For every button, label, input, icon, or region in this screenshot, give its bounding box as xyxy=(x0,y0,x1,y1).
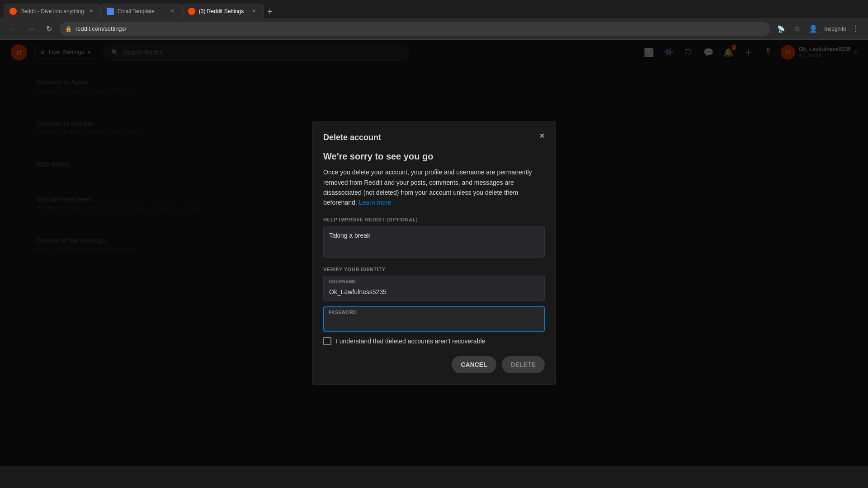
modal-overlay[interactable]: Delete account × We're sorry to see you … xyxy=(0,40,868,466)
address-bar-row: ← → ↻ 🔒 reddit.com/settings/ 📡 ☆ 👤 Incog… xyxy=(0,18,868,40)
identity-section: VERIFY YOUR IDENTITY USERNAME PASSWORD xyxy=(323,267,545,332)
tabs-bar: Reddit - Dive into anything ✕ Email Temp… xyxy=(0,0,868,18)
modal-buttons: CANCEL DELETE xyxy=(323,356,545,373)
menu-icon[interactable]: ⋮ xyxy=(848,22,863,36)
modal-sorry-text: We're sorry to see you go xyxy=(323,151,545,162)
username-input-group: USERNAME xyxy=(323,276,545,301)
verify-section-label: VERIFY YOUR IDENTITY xyxy=(323,267,545,272)
forward-button[interactable]: → xyxy=(24,22,38,36)
password-input-group: PASSWORD xyxy=(323,306,545,332)
modal-description: Once you delete your account, your profi… xyxy=(323,167,545,208)
incognito-label: Incognito xyxy=(824,26,846,32)
understand-checkbox[interactable] xyxy=(323,337,331,345)
checkbox-row: I understand that deleted accounts aren'… xyxy=(323,337,545,345)
page-content: r/ ⚙ User Settings ▾ 🔍 Search Reddit 📈 👾… xyxy=(0,40,868,466)
modal-close-button[interactable]: × xyxy=(536,129,548,142)
tab-email-title: Email Template xyxy=(118,8,155,14)
address-bar[interactable]: 🔒 reddit.com/settings/ xyxy=(60,22,770,36)
username-floating-label: USERNAME xyxy=(329,279,356,284)
toolbar-icons: 📡 ☆ 👤 Incognito ⋮ xyxy=(774,22,863,36)
profile-icon[interactable]: 👤 xyxy=(806,22,821,36)
new-tab-button[interactable]: + xyxy=(264,5,276,18)
lock-icon: 🔒 xyxy=(65,26,72,32)
tab-settings-close-icon[interactable]: ✕ xyxy=(250,8,258,15)
cast-icon[interactable]: 📡 xyxy=(774,22,788,36)
modal-title: Delete account xyxy=(323,133,545,142)
delete-button[interactable]: DELETE xyxy=(502,356,545,373)
improve-textarea[interactable]: Taking a break xyxy=(323,226,545,258)
settings-favicon-icon xyxy=(188,8,195,15)
reload-button[interactable]: ↻ xyxy=(42,22,56,36)
tab-settings[interactable]: (3) Reddit Settings ✕ xyxy=(182,4,264,18)
tab-settings-title: (3) Reddit Settings xyxy=(199,8,244,14)
tab-email-close-icon[interactable]: ✕ xyxy=(169,8,176,15)
tab-reddit-title: Reddit - Dive into anything xyxy=(20,8,84,14)
address-text: reddit.com/settings/ xyxy=(75,25,127,32)
back-button[interactable]: ← xyxy=(5,22,20,36)
checkbox-label[interactable]: I understand that deleted accounts aren'… xyxy=(336,338,485,345)
tab-reddit-close-icon[interactable]: ✕ xyxy=(88,8,95,15)
learn-more-link[interactable]: Learn more xyxy=(359,199,392,206)
email-favicon-icon xyxy=(107,8,114,15)
bookmark-icon[interactable]: ☆ xyxy=(790,22,804,36)
password-floating-label: PASSWORD xyxy=(329,310,357,315)
cancel-button[interactable]: CANCEL xyxy=(452,356,496,373)
username-input[interactable] xyxy=(323,276,545,301)
reddit-favicon-icon xyxy=(9,8,17,15)
tab-email[interactable]: Email Template ✕ xyxy=(101,4,182,18)
tab-reddit[interactable]: Reddit - Dive into anything ✕ xyxy=(4,4,101,18)
improve-section-label: HELP IMPROVE REDDIT (OPTIONAL) xyxy=(323,217,545,222)
delete-account-modal: Delete account × We're sorry to see you … xyxy=(312,122,556,385)
